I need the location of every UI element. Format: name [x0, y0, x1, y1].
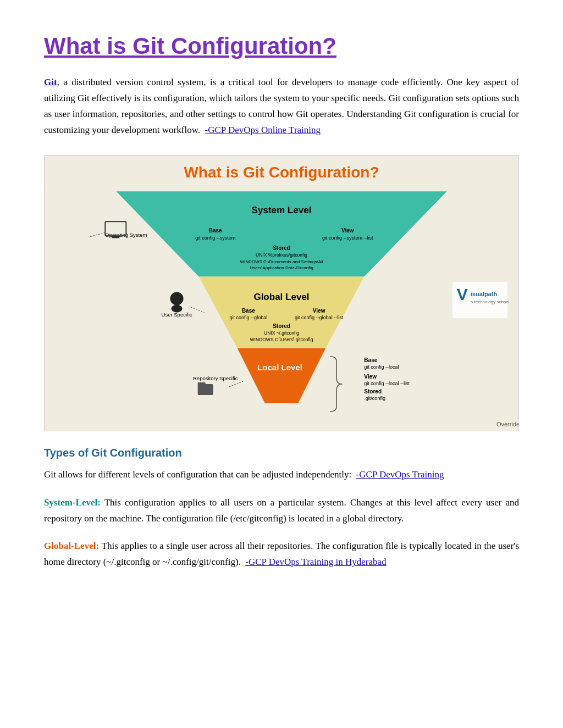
svg-text:Repository Specific: Repository Specific — [193, 375, 238, 381]
system-level-label: System-Level: — [44, 497, 101, 508]
types-body-text: Git allows for different levels of confi… — [44, 469, 351, 480]
global-level-label: Global-Level: — [44, 541, 99, 551]
svg-text:WINDOWS C:\Documents and Setti: WINDOWS C:\Documents and Settings\All — [240, 259, 323, 264]
svg-text:V: V — [457, 285, 468, 303]
svg-text:git config --system --list: git config --system --list — [322, 235, 373, 241]
svg-text:isualpath: isualpath — [471, 290, 498, 297]
svg-text:WINDOWS C:\Users\.gitconfig: WINDOWS C:\Users\.gitconfig — [250, 336, 313, 342]
types-section-heading: Types of Git Configuration — [44, 447, 519, 459]
git-config-diagram: What is Git Configuration? System Level … — [44, 155, 519, 431]
svg-text:git config --global: git config --global — [230, 314, 268, 320]
svg-text:Base: Base — [364, 357, 377, 363]
svg-text:a technology school: a technology school — [471, 299, 510, 304]
system-level-body: This configuration applies to all users … — [44, 497, 519, 524]
svg-rect-39 — [198, 384, 213, 395]
svg-text:git config --local --list: git config --local --list — [364, 381, 410, 386]
svg-text:Stored: Stored — [273, 245, 290, 251]
system-level-paragraph: System-Level: This configuration applies… — [44, 495, 519, 527]
svg-text:View: View — [313, 307, 325, 313]
svg-text:System Level: System Level — [252, 205, 312, 215]
svg-rect-40 — [198, 382, 206, 385]
svg-text:Users\Application Data\Gitconf: Users\Application Data\Gitconfig — [250, 265, 313, 270]
svg-rect-17 — [112, 236, 119, 238]
git-link[interactable]: Git — [44, 77, 57, 87]
gcp-training-link[interactable]: -GCP DevOps Training — [356, 469, 444, 480]
svg-text:git config --global --list: git config --global --list — [295, 314, 344, 320]
page-title: What is Git Configuration? — [44, 33, 519, 59]
gcp-online-training-link[interactable]: -GCP DevOps Online Training — [205, 125, 321, 135]
svg-text:Base: Base — [242, 307, 255, 313]
intro-paragraph: Git, a distributed version control syste… — [44, 75, 519, 138]
svg-text:UNIX %prefixes/gitconfig: UNIX %prefixes/gitconfig — [256, 252, 307, 258]
svg-text:Local Level: Local Level — [257, 362, 302, 371]
svg-text:What is Git Configuration?: What is Git Configuration? — [184, 164, 379, 181]
svg-text:Stored: Stored — [273, 323, 290, 329]
svg-text:.git/config: .git/config — [364, 396, 385, 401]
svg-text:Base: Base — [209, 227, 222, 234]
global-level-paragraph: Global-Level: This applies to a single u… — [44, 538, 519, 570]
svg-point-28 — [170, 292, 184, 305]
svg-text:git config --local: git config --local — [364, 364, 399, 369]
svg-text:git config --system: git config --system — [195, 235, 235, 241]
types-paragraph: Git allows for different levels of confi… — [44, 467, 519, 483]
svg-text:Stored: Stored — [364, 388, 382, 394]
svg-point-29 — [172, 304, 183, 312]
svg-text:View: View — [341, 227, 354, 234]
svg-text:Global Level: Global Level — [253, 291, 309, 302]
svg-text:Override: Override — [496, 421, 518, 427]
gcp-hyderabad-link[interactable]: -GCP DevOps Training in Hyderabad — [245, 557, 386, 567]
svg-text:View: View — [364, 373, 377, 379]
svg-text:UNIX ~/.gitconfig: UNIX ~/.gitconfig — [264, 330, 299, 335]
